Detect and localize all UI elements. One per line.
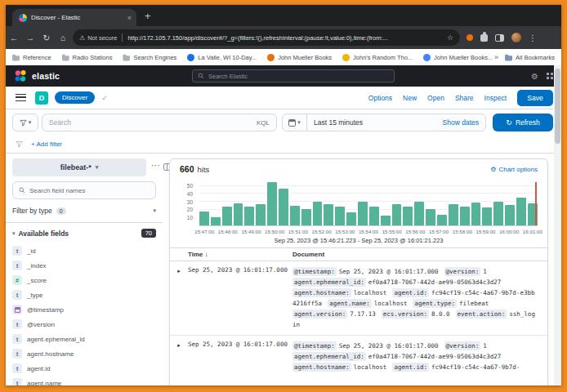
histogram-bar[interactable] (460, 207, 470, 225)
field-search-box[interactable] (12, 181, 156, 199)
histogram-bar[interactable] (381, 216, 391, 225)
show-dates-link[interactable]: Show dates (443, 118, 485, 127)
bookmarks-overflow-icon[interactable]: » (494, 53, 498, 61)
browser-tab[interactable]: Discover - Elastic × (12, 9, 136, 26)
new-tab-button[interactable]: + (145, 8, 151, 24)
histogram-bar[interactable] (267, 182, 277, 225)
bookmark-item[interactable]: John Mueller Books (267, 54, 332, 61)
space-badge[interactable]: D (35, 91, 48, 105)
table-row[interactable]: ▸Sep 25, 2023 @ 16:01:17.000@timestamp:S… (170, 261, 547, 335)
global-search-input[interactable] (208, 73, 389, 80)
field-item[interactable]: t_id (12, 243, 163, 258)
time-range-value[interactable]: Last 15 minutes (307, 118, 443, 127)
kql-search-input[interactable] (49, 118, 252, 127)
field-item[interactable]: t_index (12, 258, 163, 273)
hamburger-menu-icon[interactable] (16, 94, 26, 101)
profile-avatar[interactable] (511, 33, 521, 42)
expand-row-icon[interactable]: ▸ (170, 341, 188, 372)
histogram-bar[interactable] (279, 189, 288, 225)
time-column-header[interactable]: Time↓ (188, 251, 292, 258)
field-item[interactable]: tagent.hostname (12, 346, 163, 361)
open-link[interactable]: Open (427, 94, 444, 102)
new-link[interactable]: New (403, 94, 417, 102)
bookmark-item[interactable]: John Mueller Books... (423, 54, 493, 61)
field-item[interactable]: #_score (12, 273, 163, 287)
global-search[interactable] (192, 69, 395, 82)
histogram-bar[interactable] (482, 207, 492, 225)
histogram-bar[interactable] (426, 209, 435, 225)
histogram-bar[interactable] (324, 204, 333, 225)
back-icon[interactable]: ← (6, 33, 22, 42)
histogram-bar[interactable] (505, 205, 515, 225)
bookmark-item[interactable]: Reference (12, 54, 51, 61)
histogram-bar[interactable] (234, 203, 243, 225)
histogram-bar[interactable] (358, 202, 368, 225)
histogram-bar[interactable] (313, 202, 323, 225)
date-picker[interactable]: ▾ Last 15 minutes Show dates (282, 114, 486, 131)
histogram-bar[interactable] (222, 207, 232, 225)
field-item[interactable]: tagent.ephemeral_id (12, 332, 163, 346)
histogram-bar[interactable] (403, 207, 413, 225)
inspect-link[interactable]: Inspect (484, 94, 507, 102)
histogram-bar[interactable] (346, 212, 356, 225)
histogram-bar[interactable] (449, 204, 458, 225)
histogram-bar[interactable] (301, 209, 311, 225)
field-item[interactable]: t@version (12, 317, 163, 332)
histogram-bar[interactable] (256, 204, 266, 225)
all-bookmarks-button[interactable]: All Bookmarks (505, 54, 555, 61)
bookmark-item[interactable]: Search Engines (123, 54, 176, 61)
bookmark-star-icon[interactable]: ☆ (447, 33, 453, 42)
add-filter-button[interactable]: + Add filter (31, 140, 62, 148)
index-pattern-selector[interactable]: filebeat-* ▾ (12, 158, 146, 176)
filter-by-type-row[interactable]: Filter by type 0 ▾ (12, 204, 156, 217)
options-link[interactable]: Options (368, 94, 392, 102)
refresh-button[interactable]: ↻ Refresh (493, 114, 553, 131)
field-search-input[interactable] (29, 187, 150, 194)
sort-descending-icon[interactable]: ↓ (205, 251, 208, 258)
query-language-label[interactable]: KQL (257, 119, 270, 127)
histogram-bar[interactable] (369, 207, 379, 225)
bookmark-item[interactable]: Radio Stations (62, 54, 113, 61)
histogram-bar[interactable] (414, 202, 424, 225)
index-options-icon[interactable]: ⋯ (151, 160, 160, 171)
scrollbar-thumb[interactable] (555, 69, 560, 144)
histogram-bar[interactable] (392, 204, 402, 225)
field-item[interactable]: tagent.id (12, 361, 163, 376)
forward-icon[interactable]: → (22, 33, 38, 42)
breadcrumb-discover[interactable]: Discover (55, 91, 95, 104)
scrollbar[interactable] (554, 65, 561, 385)
histogram-bar[interactable] (471, 203, 481, 225)
accordion-caret-icon[interactable]: ▾ (12, 230, 16, 237)
bookmark-item[interactable]: La Valle, WI 10-Day... (187, 54, 257, 61)
chart-options-button[interactable]: ⚙ Chart options (490, 166, 538, 173)
histogram-bar[interactable] (199, 212, 209, 225)
extension-icon[interactable] (467, 34, 473, 41)
share-link[interactable]: Share (455, 94, 474, 102)
filter-dropdown-button[interactable]: ▾ (12, 114, 38, 131)
browser-menu-icon[interactable]: ⋮ (529, 33, 537, 42)
available-fields-header[interactable]: ▾ Available fields 70 (12, 229, 156, 238)
bookmark-item[interactable]: John's Random Tho... (342, 54, 413, 61)
histogram-bar[interactable] (211, 217, 221, 225)
kql-search-box[interactable]: KQL (42, 114, 277, 131)
histogram-bar[interactable] (244, 207, 254, 225)
histogram-bar[interactable] (437, 215, 447, 225)
field-item[interactable]: tagent.name (12, 376, 163, 385)
url-text[interactable]: http://172.105.7.150/app/discover#/?_g=(… (127, 34, 442, 42)
table-row[interactable]: ▸Sep 25, 2023 @ 16:01:17.000@timestamp:S… (170, 335, 547, 377)
date-picker-calendar-button[interactable]: ▾ (283, 114, 307, 131)
not-secure-label[interactable]: Not secure (87, 34, 117, 42)
histogram-bar[interactable] (290, 206, 300, 225)
histogram-bar[interactable] (335, 207, 345, 225)
side-panel-icon[interactable] (495, 34, 504, 42)
histogram-bar[interactable] (516, 198, 526, 225)
home-icon[interactable]: ⌂ (55, 33, 71, 42)
extensions-puzzle-icon[interactable] (480, 34, 488, 42)
field-item[interactable]: t_type (12, 287, 163, 302)
deployment-gear-icon[interactable]: ⚙ (531, 72, 538, 81)
address-bar[interactable]: ⚠ Not secure http://172.105.7.150/app/di… (73, 29, 460, 46)
histogram-bar[interactable] (493, 202, 503, 225)
apps-grid-icon[interactable] (547, 73, 553, 79)
save-button[interactable]: Save (517, 90, 553, 106)
document-column-header[interactable]: Document (292, 251, 324, 258)
